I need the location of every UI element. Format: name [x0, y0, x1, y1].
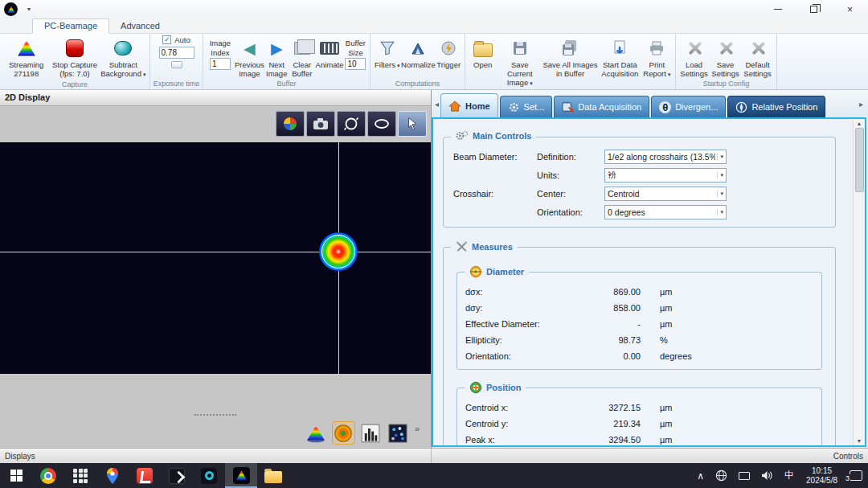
clear-buffer-icon — [294, 38, 310, 59]
view-2d-icon — [334, 424, 353, 443]
close-button[interactable]: × — [832, 0, 868, 18]
subtract-background-button[interactable]: Subtract Background▾ — [100, 35, 147, 79]
beam-spot[interactable] — [319, 232, 358, 271]
tab-scroll-left-button[interactable]: ◂ — [433, 100, 440, 109]
tray-action-center-button[interactable]: 3 — [844, 463, 868, 488]
measure-row-centroid-y: Centroid y: 219.34 µm — [465, 416, 817, 432]
view-pointillist-button[interactable] — [387, 422, 409, 444]
save-all-images-button[interactable]: Save All Images in Buffer — [542, 35, 599, 88]
title-bar: ▾ × — [0, 0, 868, 18]
gears-icon — [456, 130, 469, 141]
elliptical-aperture-button[interactable] — [367, 111, 396, 137]
orientation-caret-icon: ▾ — [717, 209, 723, 215]
effective-diameter-value: - — [592, 319, 641, 329]
tray-clock[interactable]: 10:15 2024/5/8 — [800, 463, 844, 488]
taskbar-beamage-app[interactable] — [225, 463, 257, 488]
next-image-button[interactable]: ▶ Next Image — [264, 35, 289, 78]
tray-volume-button[interactable] — [755, 463, 779, 488]
measure-row-peak-x: Peak x: 3294.50 µm — [465, 432, 817, 447]
save-settings-button[interactable]: Save Settings — [710, 35, 741, 78]
save-current-image-button[interactable]: Save Current Image▾ — [497, 35, 542, 88]
tray-hidden-icons-button[interactable]: ∧ — [691, 463, 710, 488]
tab-pc-beamage[interactable]: PC-Beamage — [32, 18, 109, 34]
tab-advanced[interactable]: Advanced — [109, 19, 171, 33]
scroll-down-button[interactable]: ▼ — [857, 438, 862, 444]
quick-access-dropdown-icon[interactable]: ▾ — [27, 6, 31, 13]
tab-settings[interactable]: Set... — [500, 96, 553, 117]
view-3d-button[interactable] — [305, 422, 327, 444]
streaming-button[interactable]: Streaming 271198 — [2, 35, 50, 79]
taskbar-grid-app[interactable] — [64, 463, 96, 488]
circular-aperture-button[interactable] — [337, 111, 366, 137]
clear-buffer-button[interactable]: Clear Buffer — [289, 35, 315, 78]
image-index-input[interactable] — [210, 58, 231, 70]
ribbon-group-capture: Streaming 271198 Stop Capture (fps: 7.0)… — [0, 34, 150, 89]
start-data-acquisition-button[interactable]: Start Data Acquisition — [599, 35, 641, 88]
minimize-button[interactable] — [760, 0, 796, 18]
open-button[interactable]: Open — [468, 35, 497, 88]
splitter-handle[interactable] — [194, 414, 236, 416]
load-settings-label1: Load — [686, 60, 702, 69]
orientation-label: Orientation: — [537, 207, 604, 217]
color-palette-button[interactable] — [276, 111, 305, 137]
tab-home[interactable]: Home — [440, 93, 498, 117]
tray-display-button[interactable] — [733, 463, 755, 488]
taskbar-file-explorer[interactable] — [257, 463, 289, 488]
scroll-thumb[interactable] — [855, 128, 864, 192]
scroll-up-button[interactable]: ▲ — [857, 121, 862, 126]
dsy-unit: µm — [641, 303, 817, 313]
taskbar-browser-app[interactable] — [32, 463, 64, 488]
default-settings-button[interactable]: Default Settings — [741, 35, 774, 78]
taskbar: ∧ 中 10:15 2024/5/8 3 — [0, 463, 868, 488]
dock-more-button[interactable]: » — [415, 424, 420, 433]
normalize-button[interactable]: Normalize — [401, 35, 435, 78]
tab-settings-label: Set... — [524, 102, 545, 112]
open-label: Open — [473, 60, 492, 69]
exposure-spinner[interactable] — [171, 61, 182, 68]
previous-image-button[interactable]: ◀ Previous Image — [235, 35, 264, 78]
taskbar-media-app[interactable] — [193, 463, 225, 488]
buffer-size-label2: Size — [348, 48, 362, 57]
print-report-button[interactable]: Print Report▾ — [641, 35, 673, 88]
buffer-size-input[interactable] — [345, 58, 366, 70]
default-settings-icon — [750, 38, 766, 59]
next-label1: Next — [268, 60, 285, 69]
tray-ime-indicator[interactable]: 中 — [779, 463, 800, 488]
tab-relative-position[interactable]: Relative Position — [727, 96, 825, 117]
snapshot-button[interactable] — [306, 111, 335, 137]
orientation-select[interactable]: 0 degrees ▾ — [604, 205, 727, 219]
tab-scroll-right-button[interactable]: ▸ — [858, 100, 865, 109]
beam-diameter-label: Beam Diameter: — [453, 152, 537, 162]
load-settings-button[interactable]: Load Settings — [678, 35, 710, 78]
trigger-button[interactable]: Trigger — [435, 35, 462, 78]
animate-button[interactable]: Animate — [315, 35, 344, 78]
cursor-arrow-icon — [405, 117, 420, 131]
tab-divergence[interactable]: θ Divergen... — [651, 96, 726, 117]
restore-button[interactable] — [796, 0, 832, 18]
units-select[interactable]: 衯 ▾ — [604, 168, 727, 182]
trigger-icon — [440, 38, 457, 59]
beam-display-canvas[interactable] — [0, 142, 431, 374]
view-2d-button[interactable] — [333, 422, 354, 444]
view-profile-button[interactable] — [360, 422, 382, 444]
display-toolbar-area — [0, 106, 431, 142]
restore-icon — [810, 6, 817, 13]
definition-select[interactable]: 1/e2 along crosshairs (13.5% ▾ — [604, 150, 727, 164]
auto-exposure-checkbox[interactable]: ✓ Auto — [162, 35, 190, 44]
print-label2: Report▾ — [643, 69, 670, 79]
exposure-time-input[interactable] — [159, 47, 194, 59]
stop-capture-button[interactable]: Stop Capture (fps: 7.0) — [50, 35, 99, 79]
taskbar-red-app[interactable] — [129, 463, 161, 488]
filters-button[interactable]: Filters▾ — [373, 35, 401, 78]
start-button[interactable] — [0, 463, 32, 488]
ellipticity-label: Ellipticity: — [465, 335, 592, 345]
vertical-scrollbar[interactable]: ▲ ▼ — [853, 119, 865, 445]
center-select[interactable]: Centroid ▾ — [604, 187, 727, 201]
monitor-icon — [739, 472, 750, 480]
cursor-tool-button[interactable] — [398, 111, 427, 137]
tray-network-button[interactable] — [710, 463, 733, 488]
tab-data-acquisition[interactable]: Data Acquisition — [554, 96, 649, 117]
taskbar-dark-app[interactable] — [161, 463, 193, 488]
taskbar-maps-app[interactable] — [96, 463, 129, 488]
filters-caret-icon: ▾ — [397, 63, 400, 68]
